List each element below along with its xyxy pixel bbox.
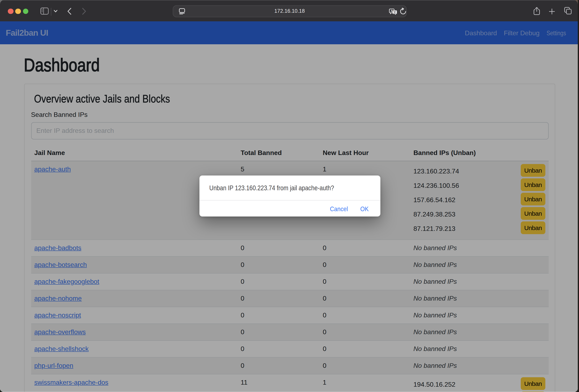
svg-text:A: A [391, 9, 393, 12]
svg-text:文: 文 [393, 10, 396, 14]
